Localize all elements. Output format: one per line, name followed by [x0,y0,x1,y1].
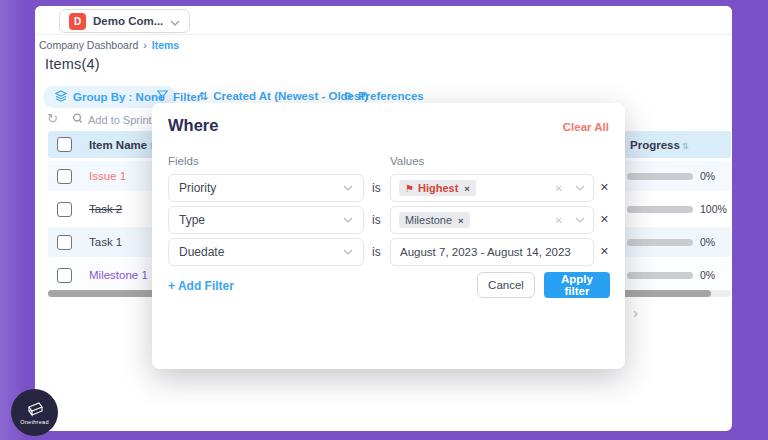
value-tag: ⚑ Highest × [399,180,476,196]
purple-backdrop: D Demo Com... Company Dashboard › Items … [0,0,768,440]
column-sort-icon: ⇅ [682,141,689,151]
progress-label: 0% [700,269,715,281]
chevron-down-icon [575,185,585,191]
clear-value-icon[interactable]: ✕ [555,215,563,226]
column-item-name[interactable]: Item Name⇅ [89,139,156,151]
value-select-priority[interactable]: ⚑ Highest × ✕ [390,174,594,202]
preferences-label: Preferences [358,90,424,102]
add-filter-button[interactable]: + Add Filter [168,279,234,293]
progress-bar [627,239,693,246]
item-name[interactable]: Task 1 [89,236,122,248]
progress-bar [627,206,693,213]
filter-row: Duedate is August 7, 2023 - August 14, 2… [168,238,609,266]
progress-label: 0% [700,170,715,182]
row-checkbox[interactable] [57,202,72,217]
breadcrumb: Company Dashboard › Items [39,39,179,51]
refresh-icon: ↻ [47,111,58,126]
chevron-down-icon [170,12,180,30]
value-tag-label: Highest [418,182,458,194]
flag-icon: ⚑ [405,183,414,194]
fields-label: Fields [168,155,199,167]
top-bar: D Demo Com... [35,6,732,35]
cancel-button[interactable]: Cancel [477,272,535,298]
sort-arrows-icon: ⇅ [199,91,208,102]
value-select-type[interactable]: Milestone × ✕ [390,206,594,234]
filter-row: Type is Milestone × ✕ ✕ [168,206,609,234]
apply-filter-button[interactable]: Apply filter [544,272,610,298]
row-checkbox[interactable] [57,268,72,283]
item-name[interactable]: Issue 1 [89,170,126,182]
clear-all-button[interactable]: Clear All [563,121,609,133]
onethread-logo: Onethread [11,389,58,436]
clear-value-icon[interactable]: ✕ [555,183,563,194]
funnel-icon [157,90,168,103]
chevron-down-icon [343,217,353,223]
operator-label: is [372,245,381,259]
row-checkbox[interactable] [57,235,72,250]
progress-bar [627,272,693,279]
layers-icon [55,90,67,104]
gear-icon: ⚙ [343,91,353,102]
page-title: Items(4) [45,56,100,72]
brand-name: Onethread [20,419,49,425]
add-to-sprint-label: Add to Sprint [88,114,152,126]
value-tag: Milestone × [399,212,470,228]
next-page-chevron[interactable]: › [633,304,638,321]
field-select-duedate[interactable]: Duedate [168,238,364,266]
chevron-down-icon [343,185,353,191]
chevron-down-icon [343,249,353,255]
row-checkbox[interactable] [57,169,72,184]
breadcrumb-parent[interactable]: Company Dashboard [39,39,138,51]
breadcrumb-separator: › [143,39,147,51]
sprint-icon [72,113,83,126]
breadcrumb-current[interactable]: Items [152,39,179,51]
remove-tag-icon[interactable]: × [464,183,470,194]
chevron-down-icon [575,217,585,223]
remove-filter-button[interactable]: ✕ [600,245,609,258]
column-progress[interactable]: Progress⇅ [630,139,689,151]
add-to-sprint-button[interactable]: Add to Sprint [72,113,152,126]
group-by-label: Group By : None [73,91,164,103]
progress-label: 0% [700,236,715,248]
select-all-checkbox[interactable] [57,137,72,152]
where-filter-modal: Where Clear All Fields Values Priority i… [152,103,625,369]
preferences-button[interactable]: ⚙ Preferences [343,90,424,102]
date-range-input[interactable]: August 7, 2023 - August 14, 2023 [390,238,594,266]
workspace-name: Demo Com... [93,15,163,27]
filter-button[interactable]: Filter [157,90,201,103]
modal-title: Where [168,116,218,135]
progress-bar [627,173,693,180]
item-name[interactable]: Task 2 [89,203,122,215]
values-label: Values [390,155,424,167]
remove-filter-button[interactable]: ✕ [600,213,609,226]
remove-filter-button[interactable]: ✕ [600,181,609,194]
filter-label: Filter [173,91,201,103]
value-tag-label: Milestone [405,214,452,226]
filter-row: Priority is ⚑ Highest × ✕ ✕ [168,174,609,202]
thread-spool-icon [25,401,45,418]
item-name[interactable]: Milestone 1 [89,269,148,281]
field-select-priority[interactable]: Priority [168,174,364,202]
workspace-avatar: D [69,13,86,30]
remove-tag-icon[interactable]: × [458,215,464,226]
field-select-type[interactable]: Type [168,206,364,234]
operator-label: is [372,213,381,227]
operator-label: is [372,181,381,195]
refresh-button[interactable]: ↻ [47,111,58,126]
progress-label: 100% [700,203,727,215]
workspace-selector[interactable]: D Demo Com... [59,9,190,33]
